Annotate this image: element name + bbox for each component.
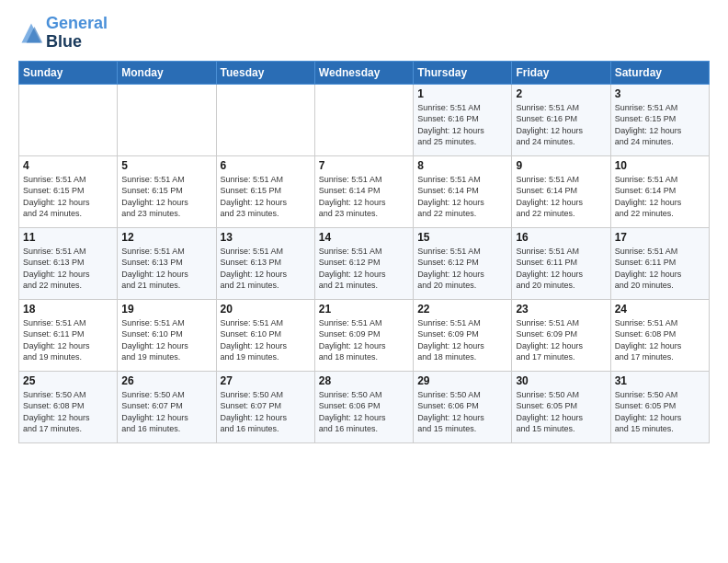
day-number: 19 <box>121 303 211 316</box>
day-cell-6: 3Sunrise: 5:51 AM Sunset: 6:15 PM Daylig… <box>610 84 709 155</box>
logo-icon <box>18 20 44 46</box>
page: General Blue SundayMondayTuesdayWednesda… <box>0 0 728 453</box>
day-cell-16: 13Sunrise: 5:51 AM Sunset: 6:13 PM Dayli… <box>216 227 314 299</box>
day-info: Sunrise: 5:51 AM Sunset: 6:13 PM Dayligh… <box>221 246 311 292</box>
day-cell-9: 6Sunrise: 5:51 AM Sunset: 6:15 PM Daylig… <box>216 155 314 227</box>
day-number: 11 <box>23 231 113 244</box>
week-row-3: 11Sunrise: 5:51 AM Sunset: 6:13 PM Dayli… <box>19 227 710 299</box>
day-cell-28: 25Sunrise: 5:50 AM Sunset: 6:08 PM Dayli… <box>19 371 118 442</box>
day-cell-1 <box>118 84 216 155</box>
day-number: 25 <box>23 374 113 387</box>
day-cell-33: 30Sunrise: 5:50 AM Sunset: 6:05 PM Dayli… <box>512 371 610 442</box>
weekday-header-thursday: Thursday <box>414 61 512 84</box>
day-cell-0 <box>19 84 118 155</box>
day-info: Sunrise: 5:50 AM Sunset: 6:06 PM Dayligh… <box>417 389 507 435</box>
day-number: 5 <box>121 159 211 172</box>
day-cell-11: 8Sunrise: 5:51 AM Sunset: 6:14 PM Daylig… <box>414 155 512 227</box>
header: General Blue <box>18 15 710 52</box>
day-info: Sunrise: 5:51 AM Sunset: 6:13 PM Dayligh… <box>23 246 113 292</box>
day-number: 17 <box>615 231 705 244</box>
day-cell-3 <box>314 84 413 155</box>
day-cell-19: 16Sunrise: 5:51 AM Sunset: 6:11 PM Dayli… <box>512 227 610 299</box>
day-number: 14 <box>319 231 409 244</box>
day-info: Sunrise: 5:50 AM Sunset: 6:07 PM Dayligh… <box>121 389 211 435</box>
day-info: Sunrise: 5:50 AM Sunset: 6:05 PM Dayligh… <box>516 389 606 435</box>
day-number: 26 <box>121 374 211 387</box>
day-cell-30: 27Sunrise: 5:50 AM Sunset: 6:07 PM Dayli… <box>216 371 314 442</box>
day-info: Sunrise: 5:51 AM Sunset: 6:15 PM Dayligh… <box>23 174 113 220</box>
day-info: Sunrise: 5:51 AM Sunset: 6:11 PM Dayligh… <box>615 246 705 292</box>
day-info: Sunrise: 5:50 AM Sunset: 6:05 PM Dayligh… <box>615 389 705 435</box>
day-info: Sunrise: 5:51 AM Sunset: 6:14 PM Dayligh… <box>615 174 705 220</box>
day-cell-10: 7Sunrise: 5:51 AM Sunset: 6:14 PM Daylig… <box>314 155 413 227</box>
day-info: Sunrise: 5:51 AM Sunset: 6:10 PM Dayligh… <box>221 317 311 363</box>
day-number: 4 <box>23 159 113 172</box>
day-info: Sunrise: 5:51 AM Sunset: 6:16 PM Dayligh… <box>417 102 507 148</box>
day-cell-18: 15Sunrise: 5:51 AM Sunset: 6:12 PM Dayli… <box>414 227 512 299</box>
day-info: Sunrise: 5:51 AM Sunset: 6:12 PM Dayligh… <box>319 246 409 292</box>
logo-text: General Blue <box>46 15 108 52</box>
day-cell-22: 19Sunrise: 5:51 AM Sunset: 6:10 PM Dayli… <box>118 299 216 371</box>
day-cell-2 <box>216 84 314 155</box>
day-number: 24 <box>615 303 705 316</box>
day-info: Sunrise: 5:51 AM Sunset: 6:14 PM Dayligh… <box>516 174 606 220</box>
day-cell-5: 2Sunrise: 5:51 AM Sunset: 6:16 PM Daylig… <box>512 84 610 155</box>
day-cell-34: 31Sunrise: 5:50 AM Sunset: 6:05 PM Dayli… <box>610 371 709 442</box>
weekday-header-saturday: Saturday <box>610 61 709 84</box>
week-row-4: 18Sunrise: 5:51 AM Sunset: 6:11 PM Dayli… <box>19 299 710 371</box>
day-number: 31 <box>615 374 705 387</box>
weekday-header-tuesday: Tuesday <box>216 61 314 84</box>
week-row-1: 1Sunrise: 5:51 AM Sunset: 6:16 PM Daylig… <box>19 84 710 155</box>
day-cell-4: 1Sunrise: 5:51 AM Sunset: 6:16 PM Daylig… <box>414 84 512 155</box>
day-info: Sunrise: 5:51 AM Sunset: 6:15 PM Dayligh… <box>121 174 211 220</box>
day-cell-21: 18Sunrise: 5:51 AM Sunset: 6:11 PM Dayli… <box>19 299 118 371</box>
week-row-5: 25Sunrise: 5:50 AM Sunset: 6:08 PM Dayli… <box>19 371 710 442</box>
day-number: 13 <box>221 231 311 244</box>
day-cell-23: 20Sunrise: 5:51 AM Sunset: 6:10 PM Dayli… <box>216 299 314 371</box>
week-row-2: 4Sunrise: 5:51 AM Sunset: 6:15 PM Daylig… <box>19 155 710 227</box>
day-cell-26: 23Sunrise: 5:51 AM Sunset: 6:09 PM Dayli… <box>512 299 610 371</box>
day-number: 10 <box>615 159 705 172</box>
day-number: 23 <box>516 303 606 316</box>
weekday-row: SundayMondayTuesdayWednesdayThursdayFrid… <box>19 61 710 84</box>
day-cell-14: 11Sunrise: 5:51 AM Sunset: 6:13 PM Dayli… <box>19 227 118 299</box>
day-cell-7: 4Sunrise: 5:51 AM Sunset: 6:15 PM Daylig… <box>19 155 118 227</box>
day-number: 21 <box>319 303 409 316</box>
day-info: Sunrise: 5:51 AM Sunset: 6:10 PM Dayligh… <box>121 317 211 363</box>
day-info: Sunrise: 5:50 AM Sunset: 6:08 PM Dayligh… <box>23 389 113 435</box>
day-info: Sunrise: 5:51 AM Sunset: 6:14 PM Dayligh… <box>319 174 409 220</box>
day-cell-27: 24Sunrise: 5:51 AM Sunset: 6:08 PM Dayli… <box>610 299 709 371</box>
day-cell-15: 12Sunrise: 5:51 AM Sunset: 6:13 PM Dayli… <box>118 227 216 299</box>
day-cell-8: 5Sunrise: 5:51 AM Sunset: 6:15 PM Daylig… <box>118 155 216 227</box>
day-number: 27 <box>221 374 311 387</box>
day-number: 20 <box>221 303 311 316</box>
day-info: Sunrise: 5:51 AM Sunset: 6:12 PM Dayligh… <box>417 246 507 292</box>
day-cell-13: 10Sunrise: 5:51 AM Sunset: 6:14 PM Dayli… <box>610 155 709 227</box>
day-number: 15 <box>417 231 507 244</box>
day-number: 18 <box>23 303 113 316</box>
day-cell-17: 14Sunrise: 5:51 AM Sunset: 6:12 PM Dayli… <box>314 227 413 299</box>
day-number: 1 <box>417 87 507 100</box>
day-info: Sunrise: 5:51 AM Sunset: 6:11 PM Dayligh… <box>516 246 606 292</box>
day-info: Sunrise: 5:51 AM Sunset: 6:15 PM Dayligh… <box>615 102 705 148</box>
day-number: 2 <box>516 87 606 100</box>
day-info: Sunrise: 5:51 AM Sunset: 6:09 PM Dayligh… <box>417 317 507 363</box>
day-cell-20: 17Sunrise: 5:51 AM Sunset: 6:11 PM Dayli… <box>610 227 709 299</box>
day-info: Sunrise: 5:51 AM Sunset: 6:08 PM Dayligh… <box>615 317 705 363</box>
day-info: Sunrise: 5:51 AM Sunset: 6:14 PM Dayligh… <box>417 174 507 220</box>
day-number: 28 <box>319 374 409 387</box>
day-info: Sunrise: 5:51 AM Sunset: 6:13 PM Dayligh… <box>121 246 211 292</box>
day-info: Sunrise: 5:51 AM Sunset: 6:09 PM Dayligh… <box>516 317 606 363</box>
day-info: Sunrise: 5:51 AM Sunset: 6:09 PM Dayligh… <box>319 317 409 363</box>
weekday-header-friday: Friday <box>512 61 610 84</box>
day-cell-25: 22Sunrise: 5:51 AM Sunset: 6:09 PM Dayli… <box>414 299 512 371</box>
calendar-body: 1Sunrise: 5:51 AM Sunset: 6:16 PM Daylig… <box>19 84 710 442</box>
day-cell-29: 26Sunrise: 5:50 AM Sunset: 6:07 PM Dayli… <box>118 371 216 442</box>
day-number: 30 <box>516 374 606 387</box>
day-cell-12: 9Sunrise: 5:51 AM Sunset: 6:14 PM Daylig… <box>512 155 610 227</box>
day-info: Sunrise: 5:50 AM Sunset: 6:06 PM Dayligh… <box>319 389 409 435</box>
day-number: 29 <box>417 374 507 387</box>
weekday-header-monday: Monday <box>118 61 216 84</box>
day-cell-24: 21Sunrise: 5:51 AM Sunset: 6:09 PM Dayli… <box>314 299 413 371</box>
day-number: 12 <box>121 231 211 244</box>
